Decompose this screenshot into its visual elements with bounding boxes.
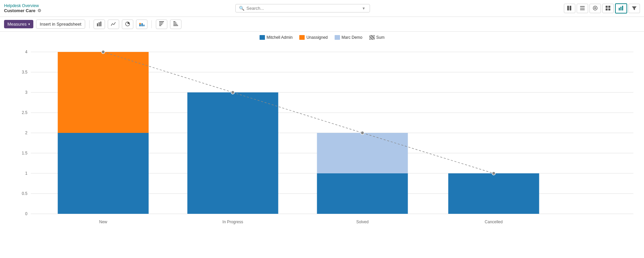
legend-unassigned: Unassigned bbox=[299, 35, 328, 40]
svg-rect-10 bbox=[608, 8, 610, 10]
stacked-chart-icon-btn[interactable] bbox=[136, 20, 147, 29]
settings-icon[interactable]: ⚙ bbox=[37, 8, 41, 13]
insert-spreadsheet-button[interactable]: Insert in Spreadsheet bbox=[36, 20, 85, 29]
svg-rect-11 bbox=[619, 8, 620, 10]
search-dropdown-btn[interactable]: ▾ bbox=[361, 6, 366, 11]
svg-text:0.5: 0.5 bbox=[22, 191, 28, 196]
svg-rect-23 bbox=[159, 24, 162, 25]
svg-rect-22 bbox=[159, 25, 161, 26]
svg-text:In Progress: In Progress bbox=[223, 220, 243, 224]
svg-text:1: 1 bbox=[25, 171, 28, 176]
svg-rect-7 bbox=[606, 6, 608, 8]
legend-color-mitchell bbox=[260, 35, 265, 40]
bar-solved-marc bbox=[317, 133, 408, 173]
legend-marc: Marc Demo bbox=[335, 35, 363, 40]
trend-dot-solved bbox=[361, 131, 364, 135]
svg-text:0: 0 bbox=[25, 211, 28, 216]
customer-care-label: Customer Care ⚙ bbox=[4, 8, 41, 13]
bar-new-mitchell bbox=[58, 133, 149, 214]
measures-button[interactable]: Measures ▾ bbox=[4, 20, 33, 28]
bar-new-unassigned bbox=[58, 52, 149, 133]
pivot-view-btn[interactable] bbox=[602, 4, 614, 13]
measures-dropdown-arrow: ▾ bbox=[28, 22, 30, 26]
svg-rect-29 bbox=[173, 25, 178, 26]
legend-label-mitchell: Mitchell Admin bbox=[267, 35, 293, 40]
svg-rect-4 bbox=[580, 9, 585, 10]
svg-rect-28 bbox=[173, 24, 177, 25]
pie-chart-icon-btn[interactable] bbox=[122, 20, 133, 29]
svg-rect-3 bbox=[580, 8, 585, 8]
bar-inprogress-mitchell bbox=[188, 92, 278, 214]
svg-rect-9 bbox=[606, 8, 608, 10]
legend-color-sum bbox=[369, 35, 375, 40]
svg-text:1.5: 1.5 bbox=[22, 151, 28, 155]
search-bar[interactable]: 🔍 ▾ bbox=[235, 4, 370, 12]
svg-text:Cancelled: Cancelled bbox=[485, 220, 503, 224]
svg-text:2: 2 bbox=[25, 131, 28, 135]
svg-rect-8 bbox=[608, 6, 610, 8]
legend-mitchell: Mitchell Admin bbox=[260, 35, 293, 40]
kanban-view-btn[interactable] bbox=[564, 4, 575, 13]
bar-chart-icon-btn[interactable] bbox=[94, 20, 105, 29]
filter-view-btn[interactable] bbox=[629, 4, 640, 13]
svg-rect-25 bbox=[159, 21, 164, 22]
svg-point-5 bbox=[593, 6, 597, 10]
svg-rect-0 bbox=[567, 6, 569, 10]
bar-solved-mitchell bbox=[317, 173, 408, 214]
svg-rect-19 bbox=[139, 23, 141, 24]
svg-rect-1 bbox=[570, 6, 571, 10]
svg-rect-27 bbox=[173, 23, 176, 23]
svg-text:3.5: 3.5 bbox=[22, 70, 28, 75]
trend-dot-inprogress bbox=[231, 91, 235, 94]
svg-rect-2 bbox=[580, 6, 585, 7]
svg-text:New: New bbox=[99, 220, 107, 224]
line-chart-icon-btn[interactable] bbox=[108, 20, 119, 29]
svg-rect-26 bbox=[173, 21, 175, 22]
chart-legend: Mitchell Admin Unassigned Marc Demo Sum bbox=[7, 35, 637, 40]
legend-color-unassigned bbox=[299, 35, 305, 40]
trend-dot-new bbox=[102, 50, 105, 54]
svg-rect-24 bbox=[159, 23, 163, 23]
legend-label-marc: Marc Demo bbox=[342, 35, 363, 40]
legend-color-marc bbox=[335, 35, 340, 40]
svg-rect-14 bbox=[97, 23, 98, 26]
helpdesk-overview-link[interactable]: Helpdesk Overview bbox=[4, 3, 41, 8]
svg-rect-15 bbox=[99, 22, 100, 26]
activity-view-btn[interactable] bbox=[589, 4, 601, 13]
sort-desc-icon-btn[interactable] bbox=[170, 20, 181, 29]
svg-rect-16 bbox=[100, 22, 101, 26]
legend-label-sum: Sum bbox=[376, 35, 385, 40]
trend-dot-cancelled bbox=[492, 172, 496, 175]
toolbar-separator-2 bbox=[151, 20, 152, 28]
view-switcher bbox=[564, 3, 640, 13]
svg-rect-20 bbox=[141, 23, 143, 26]
legend-sum: Sum bbox=[369, 35, 385, 40]
svg-rect-21 bbox=[143, 25, 144, 26]
chart-container: Mitchell Admin Unassigned Marc Demo Sum bbox=[0, 32, 644, 242]
header-branding: Helpdesk Overview Customer Care ⚙ bbox=[4, 3, 41, 13]
toolbar: Measures ▾ Insert in Spreadsheet bbox=[0, 17, 644, 32]
svg-rect-18 bbox=[139, 24, 141, 26]
search-icon: 🔍 bbox=[239, 6, 244, 11]
svg-text:4: 4 bbox=[25, 50, 28, 54]
search-input[interactable] bbox=[246, 6, 361, 11]
svg-rect-13 bbox=[622, 6, 623, 10]
svg-text:Solved: Solved bbox=[356, 220, 369, 224]
svg-text:3: 3 bbox=[25, 90, 28, 95]
bar-chart-svg: 0 0.5 1 1.5 2 2.5 3 3.5 4 New In Progres… bbox=[7, 45, 637, 234]
toolbar-separator bbox=[89, 20, 90, 28]
sort-asc-icon-btn[interactable] bbox=[156, 20, 167, 29]
list-view-btn[interactable] bbox=[577, 4, 588, 13]
header: Helpdesk Overview Customer Care ⚙ 🔍 ▾ bbox=[0, 0, 644, 17]
svg-point-6 bbox=[595, 7, 596, 9]
chart-svg-wrapper: 0 0.5 1 1.5 2 2.5 3 3.5 4 New In Progres… bbox=[7, 45, 637, 235]
bar-cancelled-mitchell bbox=[448, 173, 539, 214]
svg-text:2.5: 2.5 bbox=[22, 110, 28, 115]
legend-label-unassigned: Unassigned bbox=[306, 35, 328, 40]
svg-rect-12 bbox=[620, 7, 621, 10]
graph-view-btn[interactable] bbox=[615, 3, 627, 13]
